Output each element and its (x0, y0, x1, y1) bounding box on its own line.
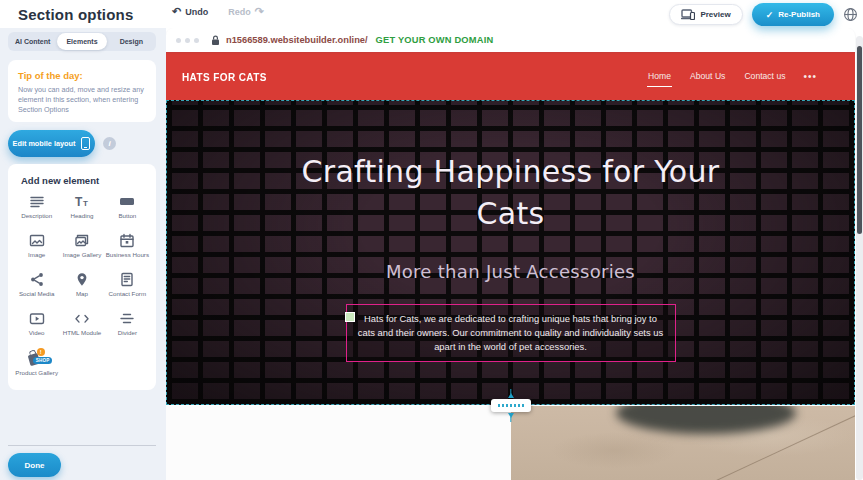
heading-icon: T T (74, 194, 90, 209)
resize-arrow-up-icon (508, 393, 514, 398)
browser-bar: n1566589.websitebuilder.online/ GET YOUR… (166, 28, 855, 52)
element-grid: Description T T Heading Button (14, 194, 150, 383)
done-button[interactable]: Done (8, 453, 61, 477)
tab-design[interactable]: Design (107, 33, 156, 50)
check-icon: ✓ (766, 10, 774, 20)
product-gallery-icon: SHOP ! (26, 350, 48, 366)
add-element-panel: Add new element Description T T Heading (8, 164, 156, 390)
button-icon (119, 194, 135, 209)
element-map[interactable]: Map (59, 272, 104, 305)
element-image[interactable]: Image (14, 233, 59, 266)
nav-home[interactable]: Home (647, 66, 672, 87)
element-divider[interactable]: Divider (105, 311, 150, 344)
preview-label: Preview (700, 10, 730, 19)
svg-text:T: T (83, 199, 88, 208)
section-resize-handle[interactable] (491, 399, 531, 412)
element-product-gallery[interactable]: SHOP ! Product Gallery (14, 350, 59, 383)
element-video[interactable]: Video (14, 311, 59, 344)
edit-mobile-layout-button[interactable]: Edit mobile layout (8, 130, 95, 157)
sidebar-tabs: AI Content Elements Design (8, 32, 156, 51)
hero-subheading: More than Just Accessories (167, 261, 854, 282)
html-module-icon (74, 311, 90, 326)
edit-mobile-label: Edit mobile layout (13, 139, 76, 148)
image-gallery-icon (74, 233, 90, 248)
element-button[interactable]: Button (105, 194, 150, 227)
page-title: Section options (18, 6, 134, 23)
preview-button[interactable]: Preview (669, 4, 742, 25)
sidebar-divider (8, 445, 156, 446)
tip-card: Tip of the day: Now you can add, move an… (8, 60, 156, 122)
resize-arrow-down-icon (508, 413, 514, 418)
tab-elements[interactable]: Elements (57, 33, 106, 50)
selected-text-element[interactable]: Hats for Cats, we are dedicated to craft… (346, 304, 676, 362)
new-badge-dot: ! (37, 348, 45, 356)
browser-dot (194, 38, 199, 43)
site-header[interactable]: HATS FOR CATS Home About Us Contact us •… (166, 52, 855, 100)
element-drag-handle[interactable] (345, 312, 355, 322)
republish-button[interactable]: ✓ Re-Publish (752, 3, 834, 26)
devices-icon (681, 9, 695, 20)
svg-text:T: T (75, 195, 83, 209)
divider-icon (119, 311, 135, 326)
get-domain-link[interactable]: GET YOUR OWN DOMAIN (376, 35, 494, 45)
undo-label: Undo (185, 7, 208, 17)
shop-badge: SHOP (33, 357, 53, 364)
element-social-media[interactable]: Social Media (14, 272, 59, 305)
nav-about[interactable]: About Us (689, 66, 726, 86)
element-business-hours[interactable]: Business Hours (105, 233, 150, 266)
hero-paragraph: Hats for Cats, we are dedicated to craft… (357, 312, 665, 354)
browser-dots (176, 38, 199, 43)
top-actions: Preview ✓ Re-Publish (669, 3, 858, 26)
redo-icon: ↷ (255, 6, 264, 17)
undo-redo-group: ↶ Undo Redo ↷ (172, 6, 264, 17)
tip-title: Tip of the day: (18, 70, 146, 81)
lock-icon (211, 35, 220, 46)
resize-dashes (498, 404, 524, 407)
image-icon (29, 233, 45, 248)
element-contact-form[interactable]: Contact Form (105, 272, 150, 305)
cat-shadow (616, 406, 796, 434)
nav-contact[interactable]: Contact us (743, 66, 786, 86)
site-logo: HATS FOR CATS (182, 70, 267, 83)
nav-more-icon[interactable]: ••• (803, 71, 817, 82)
add-element-title: Add new element (21, 175, 150, 186)
map-pin-icon (74, 272, 90, 287)
site-url: n1566589.websitebuilder.online/ (226, 35, 368, 45)
description-icon (29, 194, 45, 209)
preview-scrollbar (856, 36, 863, 480)
top-bar: Section options ↶ Undo Redo ↷ Preview (0, 0, 863, 28)
social-media-icon (29, 272, 45, 287)
redo-label: Redo (228, 7, 251, 17)
site-nav: Home About Us Contact us ••• (647, 52, 817, 100)
browser-dot (185, 38, 190, 43)
element-html-module[interactable]: HTML Module (59, 311, 104, 344)
phone-icon (81, 137, 90, 150)
scrollbar-thumb[interactable] (857, 46, 862, 234)
app-frame: Section options ↶ Undo Redo ↷ Preview (0, 0, 863, 480)
republish-label: Re-Publish (778, 10, 820, 19)
hero-heading: Crafting Happiness for Your Cats (281, 151, 741, 235)
tab-ai-content[interactable]: AI Content (8, 33, 57, 50)
hero-section[interactable]: Crafting Happiness for Your Cats More th… (166, 100, 855, 405)
sidebar: AI Content Elements Design Tip of the da… (0, 28, 166, 480)
sand-image (511, 406, 855, 480)
business-hours-icon (119, 233, 135, 248)
info-icon[interactable]: i (103, 137, 116, 150)
tip-body: Now you can add, move and resize any ele… (18, 85, 146, 115)
browser-dot (176, 38, 181, 43)
redo-button[interactable]: Redo ↷ (228, 6, 264, 17)
contact-form-icon (119, 272, 135, 287)
element-heading[interactable]: T T Heading (59, 194, 104, 227)
undo-icon: ↶ (172, 6, 181, 17)
undo-button[interactable]: ↶ Undo (172, 6, 208, 17)
element-image-gallery[interactable]: Image Gallery (59, 233, 104, 266)
site-preview: n1566589.websitebuilder.online/ GET YOUR… (166, 28, 863, 480)
video-icon (29, 311, 45, 326)
globe-icon[interactable] (843, 7, 858, 22)
element-description[interactable]: Description (14, 194, 59, 227)
